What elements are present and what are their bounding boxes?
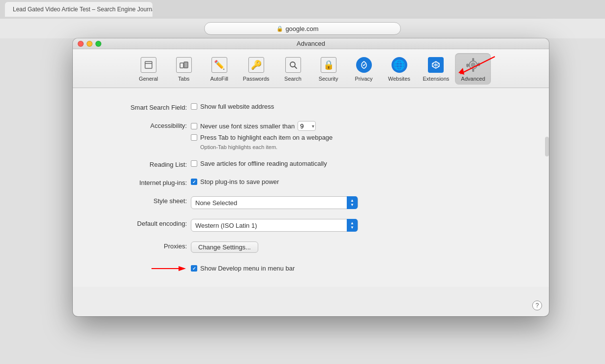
search-label: Search: [284, 76, 302, 82]
accessibility-control: Never use font sizes smaller than 9 10 1…: [191, 121, 333, 150]
window-title: Advanced: [297, 40, 325, 47]
smart-search-checkbox[interactable]: [191, 103, 197, 110]
search-icon: [284, 56, 302, 74]
extensions-icon: [427, 56, 445, 74]
style-sheet-row: Style sheet: None Selected ▲ ▼: [92, 196, 529, 209]
window-controls: [78, 41, 101, 47]
address-bar: 🔒 google.com: [0, 19, 605, 38]
press-tab-checkbox[interactable]: [191, 134, 197, 141]
toolbar-item-tabs[interactable]: Tabs: [166, 53, 202, 85]
scrollbar-indicator: [545, 137, 549, 156]
reading-list-label: Reading List:: [92, 160, 191, 168]
accessibility-font-checkbox[interactable]: [191, 123, 197, 129]
enc-arrow-up: ▲: [350, 221, 354, 225]
default-encoding-label: Default encoding:: [92, 219, 191, 227]
internet-plugins-checkbox[interactable]: [191, 179, 197, 185]
arrow-down: ▼: [350, 203, 354, 207]
toolbar-item-advanced[interactable]: Advanced: [455, 53, 491, 85]
general-label: General: [139, 76, 158, 82]
maximize-button[interactable]: [95, 41, 101, 47]
privacy-label: Privacy: [355, 76, 372, 82]
accessibility-hint: Option-Tab highlights each item.: [200, 144, 333, 150]
toolbar-item-websites[interactable]: 🌐 Websites: [382, 53, 417, 85]
websites-label: Websites: [388, 76, 410, 82]
toolbar-item-search[interactable]: Search: [275, 53, 311, 85]
browser-tab[interactable]: Lead Gated Video Article Test – Search E…: [5, 2, 152, 17]
passwords-label: Passwords: [243, 76, 270, 82]
develop-menu-control: Show Develop menu in menu bar: [191, 265, 295, 272]
tabs-icon: [175, 56, 193, 74]
develop-menu-checkbox[interactable]: [191, 265, 197, 272]
encoding-select[interactable]: Western (ISO Latin 1) ▲ ▼: [191, 219, 358, 232]
style-sheet-value: None Selected: [195, 199, 237, 207]
help-button[interactable]: ?: [532, 301, 542, 310]
tabs-label: Tabs: [178, 76, 189, 82]
internet-plugins-label: Internet plug-ins:: [92, 178, 191, 186]
reading-list-control: Save articles for offline reading automa…: [191, 160, 327, 167]
reading-list-checkbox[interactable]: [191, 160, 197, 167]
internet-plugins-row: Internet plug-ins: Stop plug-ins to save…: [92, 178, 529, 186]
smart-search-label: Smart Search Field:: [92, 103, 191, 111]
proxies-control: Change Settings...: [191, 242, 258, 253]
autofill-icon: ✏️: [211, 56, 228, 74]
press-tab-text: Press Tab to highlight each item on a we…: [200, 134, 333, 141]
security-icon: 🔒: [320, 56, 337, 74]
minimize-button[interactable]: [87, 41, 92, 47]
preferences-window: Advanced General Tabs ✏️: [73, 38, 549, 316]
accessibility-row: Accessibility: Never use font sizes smal…: [92, 121, 529, 150]
style-sheet-select[interactable]: None Selected ▲ ▼: [191, 196, 358, 209]
websites-icon: 🌐: [391, 56, 408, 74]
encoding-arrows: ▲ ▼: [347, 219, 358, 232]
browser-tab-bar: Lead Gated Video Article Test – Search E…: [0, 0, 605, 19]
extensions-label: Extensions: [423, 76, 450, 82]
security-label: Security: [319, 76, 338, 82]
lock-icon: 🔒: [276, 26, 283, 32]
reading-list-text: Save articles for offline reading automa…: [200, 160, 327, 167]
develop-menu-row: Show Develop menu in menu bar: [92, 265, 529, 272]
advanced-icon: [464, 56, 482, 74]
style-sheet-control: None Selected ▲ ▼: [191, 196, 358, 209]
privacy-icon: [355, 56, 373, 74]
change-settings-button[interactable]: Change Settings...: [191, 242, 258, 253]
smart-search-text: Show full website address: [200, 103, 274, 110]
svg-rect-11: [472, 58, 474, 61]
proxies-row: Proxies: Change Settings...: [92, 242, 529, 253]
smart-search-control: Show full website address: [191, 103, 274, 110]
address-input[interactable]: 🔒 google.com: [204, 22, 401, 35]
address-text: google.com: [285, 25, 318, 32]
toolbar-item-extensions[interactable]: Extensions: [417, 53, 455, 85]
font-size-wrapper: 9 10 12: [298, 121, 316, 131]
svg-line-5: [295, 66, 297, 68]
reading-list-row: Reading List: Save articles for offline …: [92, 160, 529, 168]
help-label: ?: [536, 302, 539, 309]
accessibility-font-text: Never use font sizes smaller than: [200, 122, 295, 130]
style-sheet-label: Style sheet:: [92, 196, 191, 205]
passwords-icon: 🔑: [247, 56, 265, 74]
title-bar: Advanced: [73, 38, 549, 49]
toolbar-item-privacy[interactable]: Privacy: [346, 53, 382, 85]
tab-label: Lead Gated Video Article Test – Search E…: [13, 6, 152, 13]
default-encoding-control: Western (ISO Latin 1) ▲ ▼: [191, 219, 358, 232]
close-button[interactable]: [78, 41, 84, 47]
svg-rect-3: [184, 62, 188, 68]
toolbar-item-autofill[interactable]: ✏️ AutoFill: [202, 53, 237, 85]
toolbar-item-security[interactable]: 🔒 Security: [311, 53, 346, 85]
toolbar-item-general[interactable]: General: [131, 53, 166, 85]
enc-arrow-down: ▼: [350, 226, 354, 230]
proxies-label: Proxies:: [92, 242, 191, 250]
font-size-select[interactable]: 9 10 12: [298, 121, 316, 131]
general-icon: [140, 56, 157, 74]
develop-menu-spacer: [92, 265, 191, 266]
smart-search-row: Smart Search Field: Show full website ad…: [92, 103, 529, 111]
svg-marker-20: [179, 266, 186, 271]
encoding-value: Western (ISO Latin 1): [195, 222, 257, 229]
content-area: Smart Search Field: Show full website ad…: [73, 88, 549, 287]
preferences-toolbar: General Tabs ✏️ AutoFill 🔑: [73, 49, 549, 88]
svg-point-9: [471, 62, 476, 67]
toolbar-item-passwords[interactable]: 🔑 Passwords: [237, 53, 275, 85]
svg-rect-0: [145, 61, 152, 68]
svg-rect-2: [180, 63, 183, 68]
advanced-label: Advanced: [461, 76, 485, 82]
svg-rect-12: [472, 69, 474, 72]
develop-menu-text: Show Develop menu in menu bar: [200, 265, 295, 272]
